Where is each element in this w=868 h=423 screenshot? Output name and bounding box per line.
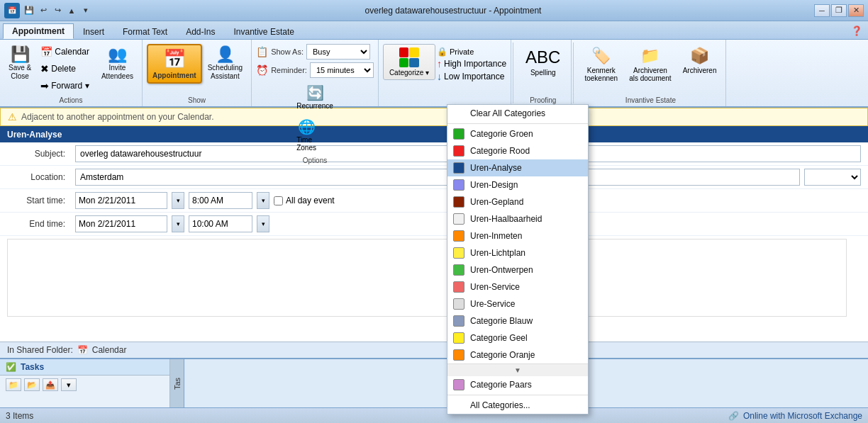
- end-time-dd-btn[interactable]: ▾: [257, 215, 269, 232]
- high-importance-btn[interactable]: ↑ High Importance: [437, 58, 506, 69]
- actions-group: 💾 Save &Close 📅 Calendar ✖ Delete ➡ Forw…: [0, 40, 143, 106]
- start-datetime: ▾ ▾ All day event: [75, 192, 335, 209]
- tab-invantive-estate[interactable]: Invantive Estate: [225, 23, 304, 39]
- body-input[interactable]: [7, 239, 847, 317]
- side-tab[interactable]: Tas: [170, 359, 184, 407]
- exchange-label: Online with Microsoft Exchange: [743, 411, 862, 421]
- timezone-btn[interactable]: 🌐 TimeZones: [291, 115, 321, 155]
- invite-attendees-btn[interactable]: 👥 InviteAttendees: [97, 44, 138, 84]
- forward-icon: ➡: [40, 80, 49, 91]
- location-row: Location:: [0, 166, 868, 189]
- menu-rood[interactable]: Categorie Rood: [447, 142, 588, 159]
- start-time-row: Start time: ▾ ▾ All day event: [0, 189, 868, 213]
- end-time-label: End time:: [7, 219, 71, 229]
- status-right: 🔗 Online with Microsoft Exchange: [728, 411, 862, 421]
- options-label: Options: [256, 155, 374, 167]
- private-btn[interactable]: 🔒 Private: [437, 47, 506, 57]
- tasks-more-btn[interactable]: ▾: [61, 378, 77, 391]
- menu-uren-analyse[interactable]: Uren-Analyse: [447, 159, 588, 176]
- end-time-input[interactable]: [189, 215, 252, 232]
- close-btn[interactable]: ✕: [848, 4, 864, 17]
- start-date-input[interactable]: [75, 192, 167, 209]
- menu-uren-lichtplan[interactable]: Uren-Lichtplan: [447, 244, 588, 261]
- scheduling-icon: 👤: [216, 47, 235, 62]
- menu-uren-inmeten[interactable]: Uren-Inmeten: [447, 227, 588, 244]
- restore-btn[interactable]: ❐: [831, 4, 847, 17]
- end-date-input[interactable]: [75, 215, 167, 232]
- start-time-input[interactable]: [189, 192, 252, 209]
- tab-appointment[interactable]: Appointment: [3, 23, 74, 39]
- cat-geel-swatch: [453, 332, 464, 344]
- tab-format-text[interactable]: Format Text: [113, 23, 177, 39]
- clear-icon: [453, 108, 464, 119]
- reminder-select[interactable]: 15 minutes None 5 minutes 30 minutes 1 h…: [310, 62, 374, 78]
- start-date-dd-btn[interactable]: ▾: [172, 192, 184, 209]
- end-date-dd-btn[interactable]: ▾: [172, 215, 184, 232]
- location-input[interactable]: [75, 169, 800, 186]
- end-datetime: ▾ ▾: [75, 215, 269, 232]
- folder-calendar-icon: 📅: [77, 345, 88, 355]
- archiveren-btn[interactable]: 📦 Archiveren: [678, 44, 722, 77]
- main-content: ⚠ Adjacent to another appointment on you…: [0, 108, 868, 358]
- save-close-btn[interactable]: 💾 Save &Close: [4, 44, 35, 84]
- tasks-folder2-btn[interactable]: 📂: [24, 378, 40, 391]
- menu-ure-service[interactable]: Ure-Service: [447, 295, 588, 312]
- menu-all-categories[interactable]: All Categories...: [447, 397, 588, 414]
- location-select[interactable]: [804, 169, 861, 186]
- up-btn[interactable]: ▲: [65, 4, 78, 17]
- spelling-btn[interactable]: ABC Spelling: [519, 44, 567, 80]
- categorize-dropdown: Clear All Categories Categorie Groen Cat…: [447, 104, 589, 414]
- low-importance-btn[interactable]: ↓ Low Importance: [437, 71, 506, 82]
- appointment-btn[interactable]: 📅 Appointment: [147, 44, 202, 84]
- menu-uren-design[interactable]: Uren-Design: [447, 176, 588, 193]
- menu-clear-all[interactable]: Clear All Categories: [447, 105, 588, 122]
- save-quick-btn[interactable]: 💾: [23, 4, 35, 17]
- allday-checkbox[interactable]: All day event: [274, 196, 335, 205]
- groen-swatch: [453, 128, 464, 140]
- kenmerk-btn[interactable]: 🏷️ Kenmerktoekennen: [579, 44, 623, 85]
- menu-uren-gepland[interactable]: Uren-Gepland: [447, 193, 588, 210]
- menu-cat-paars[interactable]: Categorie Paars: [447, 376, 588, 393]
- show-as-select[interactable]: Busy Free Tentative Out of Office: [306, 44, 370, 60]
- menu-groen[interactable]: Categorie Groen: [447, 125, 588, 142]
- help-icon[interactable]: ❓: [845, 23, 868, 39]
- ribbon: 💾 Save &Close 📅 Calendar ✖ Delete ➡ Forw…: [0, 40, 868, 108]
- kenmerk-icon: 🏷️: [591, 47, 611, 65]
- categorize-btn[interactable]: Categorize ▾: [383, 44, 435, 80]
- tasks-folder-btn[interactable]: 📁: [6, 378, 21, 391]
- menu-cat-oranje[interactable]: Categorie Oranje: [447, 346, 588, 363]
- calendar-btn[interactable]: 📅 Calendar: [37, 44, 93, 60]
- start-time-dd-btn[interactable]: ▾: [257, 192, 269, 209]
- menu-uren-service[interactable]: Uren-Service: [447, 278, 588, 295]
- tasks-export-btn[interactable]: 📤: [43, 378, 58, 391]
- archiveren-document-btn[interactable]: 📁 Archiverenals document: [624, 44, 676, 85]
- uren-ontwerpen-swatch: [453, 264, 464, 276]
- menu-uren-ontwerpen[interactable]: Uren-Ontwerpen: [447, 261, 588, 278]
- forward-btn[interactable]: ➡ Forward ▾: [37, 78, 93, 94]
- redo-btn[interactable]: ↪: [51, 4, 64, 17]
- tab-insert[interactable]: Insert: [74, 23, 113, 39]
- menu-sep-2: [447, 395, 588, 395]
- options-group: 📋 Show As: Busy Free Tentative Out of Of…: [252, 40, 379, 106]
- proofing-group: ABC Spelling Proofing: [515, 40, 572, 106]
- menu-scroll-down[interactable]: ▼: [447, 363, 588, 376]
- scheduling-assistant-btn[interactable]: 👤 SchedulingAssistant: [204, 44, 247, 84]
- menu-cat-geel[interactable]: Categorie Geel: [447, 329, 588, 346]
- cat-cell-yellow: [409, 47, 419, 57]
- undo-btn[interactable]: ↩: [37, 4, 50, 17]
- delete-btn[interactable]: ✖ Delete: [37, 61, 93, 77]
- minimize-btn[interactable]: ─: [814, 4, 830, 17]
- uren-analyse-swatch: [453, 162, 464, 174]
- tab-add-ins[interactable]: Add-Ins: [177, 23, 224, 39]
- delete-icon: ✖: [40, 63, 49, 74]
- allday-check[interactable]: [274, 196, 283, 205]
- title-bar: 📅 💾 ↩ ↪ ▲ ▾ overleg datawarehousestructu…: [0, 0, 868, 21]
- uren-service-swatch: [453, 281, 464, 293]
- menu-cat-blauw[interactable]: Categorie Blauw: [447, 312, 588, 329]
- down-btn[interactable]: ▾: [79, 4, 92, 17]
- actions-content: 💾 Save &Close 📅 Calendar ✖ Delete ➡ Forw…: [4, 43, 138, 95]
- reminder-icon: ⏰: [256, 64, 268, 76]
- reminder-row: ⏰ Reminder: 15 minutes None 5 minutes 30…: [256, 62, 374, 78]
- recurrence-btn[interactable]: 🔄 Recurrence: [291, 81, 338, 113]
- menu-uren-haalbaarheid[interactable]: Uren-Haalbaarheid: [447, 210, 588, 227]
